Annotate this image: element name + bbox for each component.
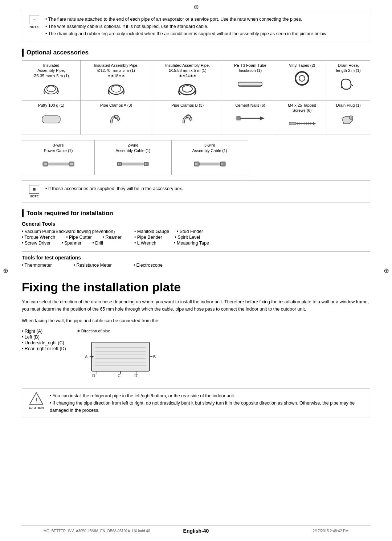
svg-text:A: A <box>85 354 88 359</box>
acc-item-tape: Vinyl Tapes (2) <box>277 61 327 101</box>
svg-point-3 <box>111 86 121 92</box>
svg-rect-10 <box>42 116 60 123</box>
direction-C: Underside_right (C) <box>22 340 66 345</box>
acc-name-clampB: Pipe Clamps B (3) <box>155 103 220 108</box>
note-icon-1: ≡ NOTE <box>27 16 41 29</box>
acc-img-putty <box>25 109 77 127</box>
acc-name-wire3assembly: 3-wireAssembly Cable (1) <box>175 143 245 153</box>
optional-accessories-heading: Optional accessories <box>22 49 370 57</box>
acc-item-nail: Cement Nails (6) <box>223 100 277 135</box>
accessories-table-row12: InsulatedAssembly Pipe,Ø6.35 mm x 5 m (1… <box>22 60 370 135</box>
acc-name-wire2: 2-wireAssembly Cable (1) <box>98 143 168 153</box>
crosshair-right-icon: ⊕ <box>384 267 389 275</box>
svg-text:B: B <box>153 354 156 359</box>
acc-img-clampA <box>83 109 149 127</box>
acc-item-foam: PE T3 Foam TubeInsulation (1) <box>223 61 277 101</box>
note-symbol-2: ≡ <box>29 185 39 194</box>
svg-rect-31 <box>48 163 69 165</box>
note-icon-2: ≡ NOTE <box>27 185 41 198</box>
acc-item-hose: Drain Hose,length 2 m (1) <box>327 61 370 101</box>
acc-name-clampA: Pipe Clamps A (3) <box>83 103 149 108</box>
acc-name-coil1: InsulatedAssembly Pipe,Ø6.35 mm x 5 m (1… <box>25 63 77 78</box>
note-item-1-3: The drain plug and rubber leg are only i… <box>45 30 327 37</box>
acc-img-nail <box>226 109 274 127</box>
acc-img-clampB <box>155 109 220 127</box>
note-symbol-1: ≡ <box>29 16 39 24</box>
acc-name-plug: Drain Plug (1) <box>330 103 367 108</box>
svg-rect-15 <box>237 116 240 120</box>
svg-text:C: C <box>118 373 121 378</box>
svg-rect-52 <box>91 342 150 371</box>
acc-name-screw: M4 x 25 TappedScrews (6) <box>280 103 323 113</box>
tools-heading: Tools required for installation <box>22 209 370 217</box>
acc-img-tape <box>280 69 323 87</box>
acc-item-plug: Drain Plug (1) <box>327 100 370 135</box>
crosshair-top-icon: ⊕ <box>193 3 199 11</box>
tool-screw: • Screw Driver• Spanner• Drill <box>22 241 123 246</box>
direction-A: Right (A) <box>22 329 66 334</box>
acc-name-foam: PE T3 Foam TubeInsulation (1) <box>226 63 274 73</box>
section-divider <box>22 273 370 273</box>
footer-page-label: English-40 <box>183 528 209 534</box>
acc-name-hose: Drain Hose,length 2 m (1) <box>330 63 367 73</box>
page: ⊕ ⊕ ⊕ ≡ NOTE The flare nuts are attached… <box>0 0 392 541</box>
optional-accessories-title: Optional accessories <box>26 49 89 56</box>
tool-manifold: • Manifold Gauge • Stud Finder <box>134 229 240 234</box>
tools-section-bar <box>22 209 24 217</box>
svg-rect-7 <box>238 83 262 86</box>
svg-point-4 <box>179 85 195 95</box>
acc-item-clampB: Pipe Clamps B (3) <box>152 100 223 135</box>
note-label-1: NOTE <box>29 25 38 29</box>
tool-lwrench: • L Wrench • Measuring Tape <box>134 241 240 246</box>
acc-item-wire3assembly: 3-wireAssembly Cable (1) <box>171 140 248 175</box>
acc-img-coil2 <box>83 80 149 98</box>
tool-vacuum: • Vacuum Pump(Backward flowing preventio… <box>22 229 123 234</box>
svg-point-2 <box>109 85 123 94</box>
tool-electroscope: • Electroscope <box>134 263 163 268</box>
svg-rect-36 <box>117 162 122 166</box>
tools-section-title: Tools required for installation <box>26 210 113 217</box>
diagram-area: Right (A) Left (B) Underside_right (C) R… <box>22 329 370 383</box>
note-box-2: ≡ NOTE If these accessories are supplied… <box>22 180 370 203</box>
caution-label: CAUTION <box>29 406 44 410</box>
caution-icon: ! CAUTION <box>27 392 45 410</box>
body-text-1: You can select the direction of the drai… <box>22 298 370 313</box>
acc-img-wire2 <box>98 155 168 173</box>
acc-img-hose <box>330 75 367 93</box>
tool-pipe-bender: • Pipe Bender • Spirit Level <box>134 235 240 240</box>
caution-box: ! CAUTION You can install the refrigeran… <box>22 388 370 418</box>
tools-general-section: General Tools • Vacuum Pump(Backward flo… <box>22 221 370 246</box>
body-text-2: When facing the wall, the pipe and cable… <box>22 317 370 324</box>
note-label-2: NOTE <box>29 194 38 198</box>
acc-img-wire3assembly <box>175 155 245 173</box>
acc-img-foam <box>226 75 274 93</box>
acc-name-coil2: Insulated Assembly Pipe,Ø12.70 mm x 5 m … <box>83 63 149 78</box>
acc-name-putty: Putty 100 g (1) <box>25 103 77 108</box>
footer-date: 2/17/2015 2:48:42 PM <box>313 529 348 533</box>
svg-point-0 <box>45 85 58 94</box>
note-content-2: If these accessories are supplied, they … <box>45 185 183 192</box>
svg-rect-47 <box>199 163 220 165</box>
svg-text:!: ! <box>35 397 37 404</box>
section-bar <box>22 49 24 57</box>
acc-img-plug <box>330 109 367 127</box>
footer: MG_BETTER_INV_A3050_IB&IM_EN_DB68-05191A… <box>22 525 370 534</box>
tool-thermometer: • Thermometer <box>22 263 52 268</box>
tools-test-section: Tools for test operations • Thermometer … <box>22 255 370 268</box>
caution-triangle-icon: ! <box>29 392 44 405</box>
acc-item-screw: M4 x 25 TappedScrews (6) <box>277 100 327 135</box>
svg-text:D: D <box>92 373 95 378</box>
acc-img-wire3power <box>25 155 91 173</box>
acc-img-screw <box>280 114 323 132</box>
note-item-1-1: The flare nuts are attached to the end o… <box>45 16 327 23</box>
caution-content: You can install the refrigerant pipe in … <box>50 392 365 414</box>
caution-item-2: If changing the pipe direction from left… <box>50 399 365 414</box>
svg-marker-25 <box>313 122 316 125</box>
svg-point-9 <box>299 75 305 81</box>
svg-rect-39 <box>122 163 144 165</box>
tool-resistance: • Resistance Meter <box>74 263 112 268</box>
note-item-2-1: If these accessories are supplied, they … <box>45 185 183 192</box>
svg-rect-16 <box>289 122 296 125</box>
general-tools-title: General Tools <box>22 221 370 227</box>
note-box-1: ≡ NOTE The flare nuts are attached to th… <box>22 11 370 42</box>
